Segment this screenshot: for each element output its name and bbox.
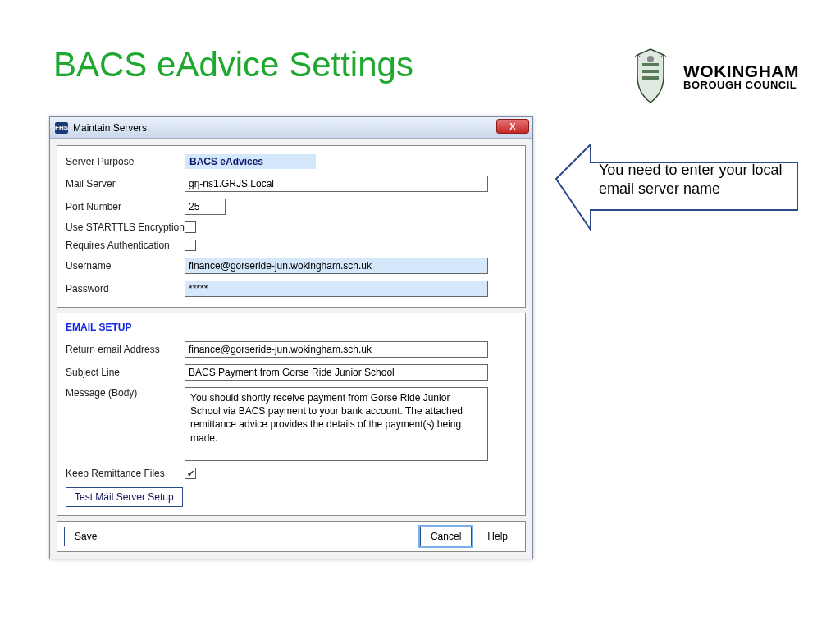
password-label: Password: [66, 283, 185, 294]
email-setup-panel: EMAIL SETUP Return email Address Subject…: [57, 313, 526, 516]
server-purpose-label: Server Purpose: [66, 156, 185, 167]
svg-point-0: [647, 56, 654, 62]
server-purpose-value: BACS eAdvices: [185, 154, 316, 169]
test-mail-server-button[interactable]: Test Mail Server Setup: [66, 487, 183, 507]
subject-line-label: Subject Line: [66, 367, 185, 378]
slide-title: BACS eAdvice Settings: [53, 45, 413, 84]
requires-auth-checkbox[interactable]: [185, 240, 196, 251]
password-input[interactable]: [185, 281, 488, 297]
help-button[interactable]: Help: [477, 527, 518, 546]
brand-sub-text: BOROUGH COUNCIL: [683, 80, 799, 90]
keep-remittance-label: Keep Remittance Files: [66, 468, 185, 479]
message-body-label: Message (Body): [66, 387, 185, 399]
callout-arrow-icon: [551, 138, 806, 269]
port-number-label: Port Number: [66, 201, 185, 212]
server-panel: Server Purpose BACS eAdvices Mail Server…: [57, 145, 526, 308]
port-number-input[interactable]: [185, 199, 226, 215]
dialog-titlebar: FHS Maintain Servers X: [50, 117, 532, 139]
dialog-title: Maintain Servers: [73, 122, 147, 134]
mail-server-input[interactable]: [185, 176, 488, 192]
starttls-label: Use STARTTLS Encryption: [66, 221, 185, 233]
keep-remittance-checkbox[interactable]: ✔: [185, 468, 196, 479]
subject-line-input[interactable]: [185, 364, 488, 381]
username-label: Username: [66, 260, 185, 272]
cancel-button[interactable]: Cancel: [420, 527, 472, 546]
app-icon: FHS: [55, 122, 68, 134]
callout-text: You need to enter your local email serve…: [599, 161, 789, 199]
message-body-textarea[interactable]: You should shortly receive payment from …: [185, 387, 488, 461]
brand-main-text: WOKINGHAM: [683, 62, 799, 80]
save-button[interactable]: Save: [64, 527, 107, 546]
requires-auth-label: Requires Authentication: [66, 240, 185, 251]
return-email-label: Return email Address: [66, 344, 185, 355]
username-input[interactable]: [185, 258, 488, 274]
close-icon: X: [509, 121, 515, 131]
starttls-checkbox[interactable]: [185, 221, 196, 233]
return-email-input[interactable]: [185, 341, 488, 358]
brand-block: WOKINGHAM BOROUGH COUNCIL: [626, 45, 799, 107]
council-crest-icon: [626, 45, 675, 107]
dialog-button-row: Save Cancel Help: [57, 521, 526, 552]
mail-server-label: Mail Server: [66, 178, 185, 189]
maintain-servers-dialog: FHS Maintain Servers X Server Purpose BA…: [49, 116, 533, 559]
close-button[interactable]: X: [496, 119, 529, 134]
email-setup-heading: EMAIL SETUP: [66, 322, 517, 333]
